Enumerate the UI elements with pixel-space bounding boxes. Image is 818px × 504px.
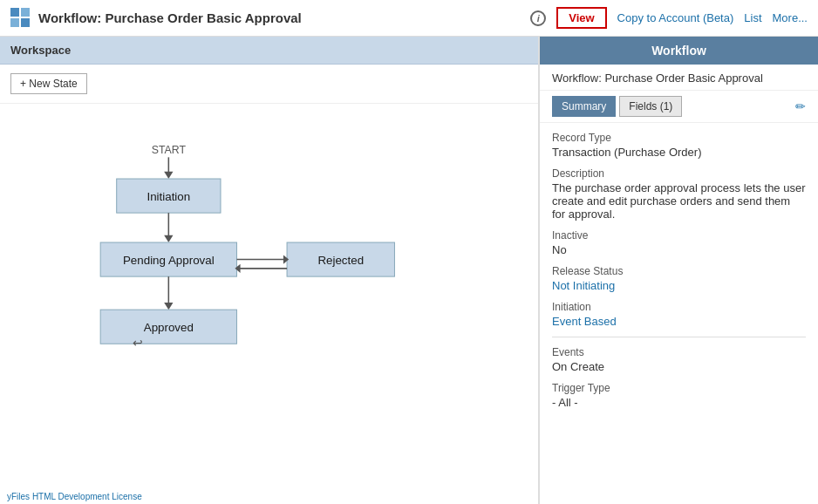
trigger-type-value: - All - — [552, 396, 806, 409]
description-label: Description — [552, 167, 806, 180]
details-panel: Workflow Workflow: Purchase Order Basic … — [539, 37, 818, 504]
workspace-canvas: START Initiation Pending Approval Reject… — [0, 104, 538, 504]
yfiles-license: yFiles HTML Development License — [7, 492, 142, 501]
svg-rect-0 — [10, 8, 19, 17]
record-type-label: Record Type — [552, 132, 806, 144]
initiation-value: Event Based — [552, 315, 806, 328]
release-status-label: Release Status — [552, 265, 806, 277]
release-status-field: Release Status Not Initiating — [552, 265, 806, 292]
workflow-logo-icon — [10, 8, 31, 29]
info-icon[interactable]: i — [530, 10, 546, 26]
workspace-panel: Workspace + New State START Initiation — [0, 37, 539, 504]
svg-text:Initiation: Initiation — [147, 190, 190, 203]
trigger-type-field: Trigger Type - All - — [552, 382, 806, 409]
details-content: Record Type Transaction (Purchase Order)… — [540, 123, 818, 504]
description-field: Description The purchase order approval … — [552, 167, 806, 221]
svg-text:Pending Approval: Pending Approval — [123, 254, 215, 267]
details-tabs: Summary Fields (1) ✏ — [540, 91, 818, 123]
svg-text:Rejected: Rejected — [317, 254, 364, 267]
more-button[interactable]: More... — [773, 11, 808, 24]
header-actions: i View Copy to Account (Beta) List More.… — [530, 7, 808, 29]
start-label: START — [152, 144, 187, 156]
description-value: The purchase order approval process lets… — [552, 181, 806, 221]
copy-to-account-button[interactable]: Copy to Account (Beta) — [617, 11, 734, 24]
details-panel-header: Workflow — [540, 37, 818, 65]
events-field: Events On Create — [552, 346, 806, 373]
svg-text:Approved: Approved — [144, 321, 194, 334]
new-state-button[interactable]: + New State — [10, 73, 87, 94]
tab-fields[interactable]: Fields (1) — [619, 96, 682, 117]
svg-marker-19 — [164, 303, 173, 310]
svg-marker-5 — [164, 172, 173, 179]
svg-rect-3 — [21, 18, 30, 27]
events-value: On Create — [552, 360, 806, 373]
inactive-value: No — [552, 243, 806, 256]
svg-marker-9 — [164, 235, 173, 242]
workspace-toolbar: + New State — [0, 65, 538, 104]
record-type-field: Record Type Transaction (Purchase Order) — [552, 132, 806, 159]
events-label: Events — [552, 346, 806, 358]
workflow-diagram: START Initiation Pending Approval Reject… — [0, 104, 538, 504]
svg-text:↩: ↩ — [133, 336, 143, 350]
record-type-value: Transaction (Purchase Order) — [552, 146, 806, 159]
view-button[interactable]: View — [556, 7, 606, 29]
main-layout: Workspace + New State START Initiation — [0, 37, 818, 504]
initiation-field: Initiation Event Based — [552, 301, 806, 328]
details-subtitle: Workflow: Purchase Order Basic Approval — [540, 65, 818, 91]
workspace-header: Workspace — [0, 37, 538, 65]
inactive-label: Inactive — [552, 229, 806, 242]
svg-rect-2 — [10, 18, 19, 27]
list-button[interactable]: List — [744, 11, 761, 24]
release-status-value: Not Initiating — [552, 279, 806, 292]
initiation-label: Initiation — [552, 301, 806, 313]
tab-summary[interactable]: Summary — [552, 96, 616, 117]
svg-rect-1 — [21, 8, 30, 17]
inactive-field: Inactive No — [552, 229, 806, 256]
edit-icon[interactable]: ✏ — [795, 99, 806, 113]
section-divider — [552, 337, 806, 337]
header: Workflow: Purchase Order Basic Approval … — [0, 0, 818, 37]
trigger-type-label: Trigger Type — [552, 382, 806, 394]
page-title: Workflow: Purchase Order Basic Approval — [38, 10, 530, 25]
